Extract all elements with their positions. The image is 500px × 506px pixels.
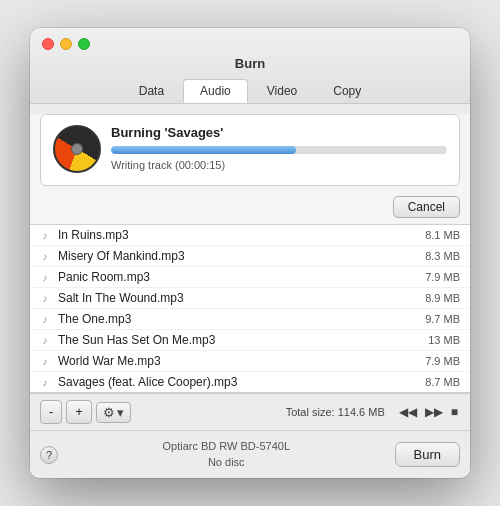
toolbar: - + ⚙ ▾ Total size: 114.6 MB ◀◀ ▶▶ ■	[30, 393, 470, 430]
file-size: 8.9 MB	[425, 292, 460, 304]
burn-progress-area: Burning 'Savages' Writing track (00:00:1…	[40, 114, 460, 186]
file-list: ♪ In Ruins.mp3 8.1 MB ♪ Misery Of Mankin…	[30, 224, 470, 393]
file-size: 9.7 MB	[425, 313, 460, 325]
progress-bar-fill	[111, 146, 296, 154]
settings-button[interactable]: ⚙ ▾	[96, 402, 131, 423]
file-name: The Sun Has Set On Me.mp3	[58, 333, 420, 347]
table-row: ♪ Panic Room.mp3 7.9 MB	[30, 267, 470, 288]
file-size: 8.1 MB	[425, 229, 460, 241]
bottom-bar: ? Optiarc BD RW BD-5740L No disc Burn	[30, 430, 470, 478]
burn-window: Burn Data Audio Video Copy Burning 'Sava…	[30, 28, 470, 478]
tab-video[interactable]: Video	[250, 79, 314, 103]
music-icon: ♪	[38, 270, 52, 284]
drive-info: Optiarc BD RW BD-5740L No disc	[66, 439, 387, 470]
table-row: ♪ Savages (feat. Alice Cooper).mp3 8.7 M…	[30, 372, 470, 392]
burn-button[interactable]: Burn	[395, 442, 460, 467]
gear-icon: ⚙	[103, 405, 115, 420]
cancel-button[interactable]: Cancel	[393, 196, 460, 218]
drive-status: No disc	[66, 455, 387, 470]
file-name: Salt In The Wound.mp3	[58, 291, 417, 305]
window-body: Burning 'Savages' Writing track (00:00:1…	[30, 114, 470, 478]
music-icon: ♪	[38, 375, 52, 389]
file-name: In Ruins.mp3	[58, 228, 417, 242]
file-name: The One.mp3	[58, 312, 417, 326]
file-size: 7.9 MB	[425, 355, 460, 367]
window-title: Burn	[235, 56, 265, 71]
remove-button[interactable]: -	[40, 400, 62, 424]
playback-controls: ◀◀ ▶▶ ■	[397, 405, 460, 419]
burn-title: Burning 'Savages'	[111, 125, 447, 140]
skip-button[interactable]: ▶▶	[423, 405, 445, 419]
tab-bar: Data Audio Video Copy	[122, 79, 379, 103]
maximize-button[interactable]	[78, 38, 90, 50]
music-icon: ♪	[38, 228, 52, 242]
drive-name: Optiarc BD RW BD-5740L	[66, 439, 387, 454]
music-icon: ♪	[38, 291, 52, 305]
minimize-button[interactable]	[60, 38, 72, 50]
progress-bar-track	[111, 146, 447, 154]
music-icon: ♪	[38, 354, 52, 368]
stop-button[interactable]: ■	[449, 405, 460, 419]
file-name: Panic Room.mp3	[58, 270, 417, 284]
rewind-button[interactable]: ◀◀	[397, 405, 419, 419]
title-bar: Burn Data Audio Video Copy	[30, 28, 470, 104]
table-row: ♪ The Sun Has Set On Me.mp3 13 MB	[30, 330, 470, 351]
music-icon: ♪	[38, 333, 52, 347]
table-row: ♪ Salt In The Wound.mp3 8.9 MB	[30, 288, 470, 309]
table-row: ♪ The One.mp3 9.7 MB	[30, 309, 470, 330]
music-icon: ♪	[38, 249, 52, 263]
file-size: 13 MB	[428, 334, 460, 346]
music-icon: ♪	[38, 312, 52, 326]
chevron-down-icon: ▾	[117, 405, 124, 420]
file-size: 7.9 MB	[425, 271, 460, 283]
total-size-label: Total size: 114.6 MB	[135, 406, 385, 418]
close-button[interactable]	[42, 38, 54, 50]
file-size: 8.7 MB	[425, 376, 460, 388]
traffic-lights	[42, 38, 90, 50]
disc-icon	[53, 125, 101, 173]
table-row: ♪ Misery Of Mankind.mp3 8.3 MB	[30, 246, 470, 267]
file-size: 8.3 MB	[425, 250, 460, 262]
add-button[interactable]: +	[66, 400, 92, 424]
file-name: World War Me.mp3	[58, 354, 417, 368]
tab-audio[interactable]: Audio	[183, 79, 248, 103]
file-name: Savages (feat. Alice Cooper).mp3	[58, 375, 417, 389]
table-row: ♪ In Ruins.mp3 8.1 MB	[30, 225, 470, 246]
table-row: ♪ World War Me.mp3 7.9 MB	[30, 351, 470, 372]
burn-info: Burning 'Savages' Writing track (00:00:1…	[111, 125, 447, 171]
tab-copy[interactable]: Copy	[316, 79, 378, 103]
cancel-row: Cancel	[30, 196, 470, 224]
tab-data[interactable]: Data	[122, 79, 181, 103]
file-name: Misery Of Mankind.mp3	[58, 249, 417, 263]
help-button[interactable]: ?	[40, 446, 58, 464]
burn-status: Writing track (00:00:15)	[111, 159, 447, 171]
